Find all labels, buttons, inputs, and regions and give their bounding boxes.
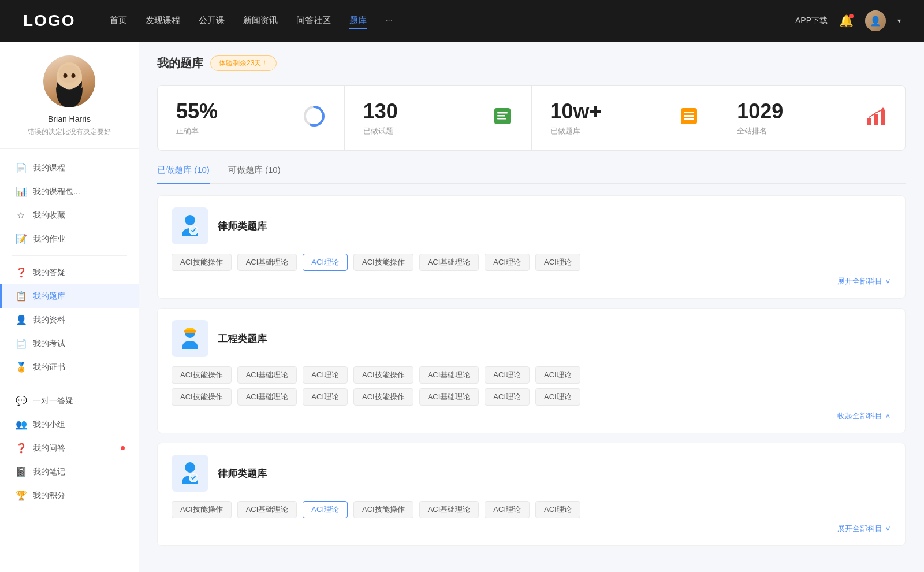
avatar bbox=[43, 55, 95, 107]
tag-eng-1[interactable]: ACI基础理论 bbox=[237, 366, 297, 384]
stat-accuracy: 55% 正确率 bbox=[158, 86, 344, 150]
topnav: LOGO 首页 发现课程 公开课 新闻资讯 问答社区 题库 ··· APP下载 … bbox=[0, 0, 924, 42]
stat-done-questions: 130 已做试题 bbox=[345, 86, 531, 150]
tag-lawyer1-4[interactable]: ACI基础理论 bbox=[419, 254, 479, 271]
stat-accuracy-content: 55% 正确率 bbox=[176, 99, 293, 136]
sidebar-item-favorites[interactable]: ☆ 我的收藏 bbox=[0, 203, 139, 227]
tag-lawyer1-5[interactable]: ACI理论 bbox=[485, 254, 530, 271]
sidebar-username: Brian Harris bbox=[48, 114, 91, 124]
card-lawyer-1-icon bbox=[172, 207, 208, 244]
tag-lawyer2-5[interactable]: ACI理论 bbox=[485, 501, 530, 518]
sidebar-item-qa[interactable]: ❓ 我的答疑 bbox=[0, 261, 139, 284]
tag-lawyer2-0[interactable]: ACI技能操作 bbox=[172, 501, 232, 518]
my-course-icon: 📄 bbox=[16, 162, 26, 173]
my-qa-icon: ❓ bbox=[16, 443, 26, 454]
course-package-icon: 📊 bbox=[16, 186, 26, 197]
homework-icon: 📝 bbox=[16, 233, 26, 244]
nav-quiz[interactable]: 题库 bbox=[349, 13, 367, 29]
tag-eng-3[interactable]: ACI技能操作 bbox=[353, 366, 413, 384]
tag-lawyer1-3[interactable]: ACI技能操作 bbox=[353, 254, 413, 271]
tag-eng2-6[interactable]: ACI理论 bbox=[535, 388, 580, 406]
tag-eng2-0[interactable]: ACI技能操作 bbox=[172, 388, 232, 406]
tag-lawyer2-1[interactable]: ACI基础理论 bbox=[237, 501, 297, 518]
tag-lawyer2-4[interactable]: ACI基础理论 bbox=[419, 501, 479, 518]
card-engineer-tags-row1: ACI技能操作 ACI基础理论 ACI理论 ACI技能操作 ACI基础理论 AC… bbox=[172, 366, 891, 384]
notification-bell[interactable]: 🔔 bbox=[839, 14, 854, 28]
app-download-btn[interactable]: APP下载 bbox=[795, 16, 828, 26]
sidebar-item-exam[interactable]: 📄 我的考试 bbox=[0, 332, 139, 355]
tag-eng-4[interactable]: ACI基础理论 bbox=[419, 366, 479, 384]
tab-available-banks[interactable]: 可做题库 (10) bbox=[228, 165, 281, 184]
stat-done-questions-content: 130 已做试题 bbox=[363, 99, 483, 136]
tag-lawyer2-3[interactable]: ACI技能操作 bbox=[353, 501, 413, 518]
quiz-bank-icon: 📋 bbox=[16, 291, 26, 302]
stat-done-questions-label: 已做试题 bbox=[363, 126, 483, 136]
nav-more[interactable]: ··· bbox=[385, 13, 393, 29]
svg-rect-16 bbox=[874, 114, 878, 125]
sidebar-item-group[interactable]: 👥 我的小组 bbox=[0, 413, 139, 436]
tag-eng-0[interactable]: ACI技能操作 bbox=[172, 366, 232, 384]
stat-done-banks-value: 10w+ bbox=[550, 99, 670, 124]
tag-lawyer1-6[interactable]: ACI理论 bbox=[535, 254, 580, 271]
collapse-engineer-btn[interactable]: 收起全部科目 ∧ bbox=[837, 411, 891, 420]
sidebar-item-course-package[interactable]: 📊 我的课程包... bbox=[0, 180, 139, 203]
card-lawyer-2-icon bbox=[172, 455, 208, 492]
sidebar-item-homework[interactable]: 📝 我的作业 bbox=[0, 227, 139, 251]
logo: LOGO bbox=[23, 12, 75, 30]
nav-courses[interactable]: 发现课程 bbox=[146, 13, 180, 29]
tag-eng2-3[interactable]: ACI技能操作 bbox=[353, 388, 413, 406]
card-engineer-tags-row2: ACI技能操作 ACI基础理论 ACI理论 ACI技能操作 ACI基础理论 AC… bbox=[172, 388, 891, 406]
svg-point-25 bbox=[185, 462, 195, 473]
stat-done-banks-content: 10w+ 已做题库 bbox=[550, 99, 670, 136]
card-engineer-icon bbox=[172, 320, 208, 357]
sidebar-item-profile[interactable]: 👤 我的资料 bbox=[0, 308, 139, 332]
svg-rect-9 bbox=[497, 115, 505, 117]
sidebar-divider-2 bbox=[12, 384, 127, 384]
sidebar-item-notes[interactable]: 📓 我的笔记 bbox=[0, 460, 139, 484]
sidebar-item-points[interactable]: 🏆 我的积分 bbox=[0, 484, 139, 507]
tag-eng2-4[interactable]: ACI基础理论 bbox=[419, 388, 479, 406]
sidebar-item-certificate[interactable]: 🏅 我的证书 bbox=[0, 355, 139, 379]
nav-home[interactable]: 首页 bbox=[110, 13, 127, 29]
tag-lawyer1-2[interactable]: ACI理论 bbox=[303, 254, 348, 271]
tag-eng-6[interactable]: ACI理论 bbox=[535, 366, 580, 384]
sidebar-item-one-on-one[interactable]: 💬 一对一答疑 bbox=[0, 389, 139, 413]
user-avatar[interactable]: 👤 bbox=[865, 10, 886, 31]
stat-done-banks-label: 已做题库 bbox=[550, 126, 670, 136]
svg-rect-8 bbox=[497, 112, 508, 114]
card-lawyer-2-title: 律师类题库 bbox=[218, 467, 267, 480]
stat-rank-label: 全站排名 bbox=[737, 126, 856, 136]
main-layout: Brian Harris 错误的决定比没有决定要好 📄 我的课程 📊 我的课程包… bbox=[0, 42, 924, 572]
tag-lawyer2-2[interactable]: ACI理论 bbox=[303, 501, 348, 518]
certificate-icon: 🏅 bbox=[16, 362, 26, 373]
card-lawyer-1-title: 律师类题库 bbox=[218, 220, 267, 233]
tag-eng-5[interactable]: ACI理论 bbox=[485, 366, 530, 384]
tag-lawyer1-1[interactable]: ACI基础理论 bbox=[237, 254, 297, 271]
svg-rect-13 bbox=[684, 115, 694, 117]
card-lawyer-1: 律师类题库 ACI技能操作 ACI基础理论 ACI理论 ACI技能操作 ACI基… bbox=[157, 195, 906, 299]
tag-eng2-2[interactable]: ACI理论 bbox=[303, 388, 348, 406]
engineer-svg bbox=[176, 325, 204, 352]
sidebar-item-quiz-bank[interactable]: 📋 我的题库 bbox=[0, 284, 139, 308]
tag-lawyer2-6[interactable]: ACI理论 bbox=[535, 501, 580, 518]
nav-news[interactable]: 新闻资讯 bbox=[243, 13, 278, 29]
stat-accuracy-icon bbox=[303, 105, 326, 132]
tag-eng-2[interactable]: ACI理论 bbox=[303, 366, 348, 384]
nav-qa[interactable]: 问答社区 bbox=[296, 13, 331, 29]
svg-rect-10 bbox=[497, 118, 506, 120]
svg-rect-15 bbox=[867, 118, 871, 125]
user-dropdown-arrow[interactable]: ▾ bbox=[897, 17, 901, 25]
sidebar-motto: 错误的决定比没有决定要好 bbox=[28, 127, 111, 137]
sidebar-item-my-qa[interactable]: ❓ 我的问答 bbox=[0, 436, 139, 460]
svg-rect-12 bbox=[684, 112, 694, 113]
nav-open-course[interactable]: 公开课 bbox=[199, 13, 225, 29]
sidebar-item-my-course[interactable]: 📄 我的课程 bbox=[0, 156, 139, 180]
sidebar-profile: Brian Harris 错误的决定比没有决定要好 bbox=[0, 55, 139, 149]
tag-eng2-1[interactable]: ACI基础理论 bbox=[237, 388, 297, 406]
expand-lawyer-2-btn[interactable]: 展开全部科目 ∨ bbox=[837, 524, 891, 533]
sidebar-menu: 📄 我的课程 📊 我的课程包... ☆ 我的收藏 📝 我的作业 ❓ 我的答疑 � bbox=[0, 149, 139, 514]
expand-lawyer-1-btn[interactable]: 展开全部科目 ∨ bbox=[837, 277, 891, 285]
tag-lawyer1-0[interactable]: ACI技能操作 bbox=[172, 254, 232, 271]
tag-eng2-5[interactable]: ACI理论 bbox=[485, 388, 530, 406]
tab-done-banks[interactable]: 已做题库 (10) bbox=[157, 165, 210, 184]
